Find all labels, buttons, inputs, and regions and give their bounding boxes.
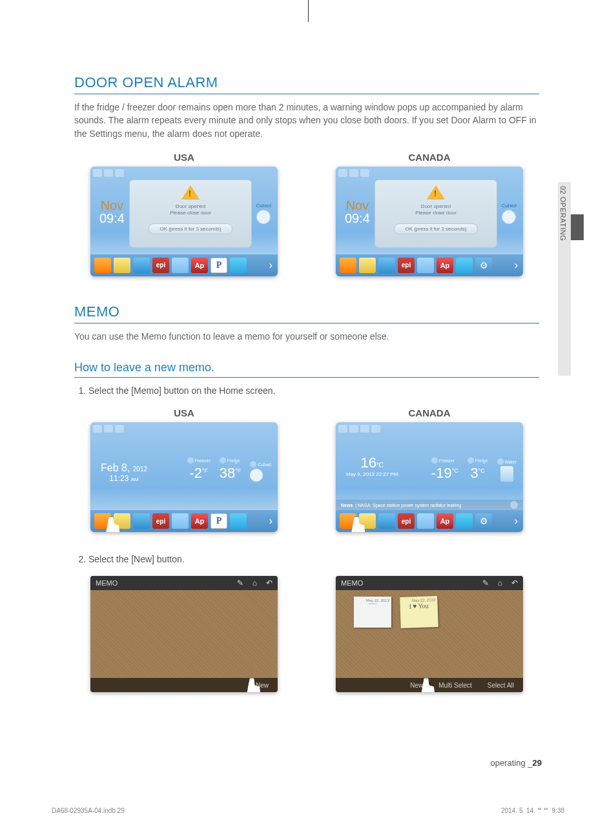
app-calendar-icon[interactable] <box>417 513 434 529</box>
screenshot-home-canada: 16°C May 9, 2013 22:27 PM Freezer-19°C F… <box>336 422 523 532</box>
app-epicurious-icon[interactable]: epi <box>398 513 415 529</box>
memo-title: MEMO <box>96 579 118 587</box>
app-photos-icon[interactable] <box>114 513 130 529</box>
temperature-readout: Freezer-2°F Fridge38°F Cubed <box>187 457 271 482</box>
select-all-button[interactable]: Select All <box>488 682 514 689</box>
status-bar <box>93 425 124 433</box>
indd-file: DA68-02935A-04.indb 29 <box>52 807 125 814</box>
app-photos-icon[interactable] <box>114 258 130 273</box>
label-usa: USA <box>74 152 294 163</box>
section-body-door-alarm: If the fridge / freezer door remains ope… <box>74 101 539 140</box>
app-calendar-icon[interactable] <box>172 513 189 529</box>
memo-titlebar: MEMO ✎ ⌂ ↶ <box>90 576 278 590</box>
warning-icon <box>427 185 445 200</box>
clock-widget: Feb 8, 2012 11:23 AM <box>101 462 147 483</box>
dock-next-icon[interactable]: › <box>513 515 519 527</box>
dock-next-icon[interactable]: › <box>268 515 274 527</box>
door-open-modal: Door opened Please close door OK (press … <box>375 179 497 248</box>
home-icon[interactable]: ⌂ <box>252 579 257 588</box>
app-dock: epi Ap P › <box>90 510 278 532</box>
home-icon[interactable]: ⌂ <box>498 579 502 588</box>
app-twitter-icon[interactable] <box>456 513 473 529</box>
app-twitter-icon[interactable] <box>456 258 473 273</box>
app-epicurious-icon[interactable]: epi <box>152 513 169 529</box>
app-memo-icon[interactable] <box>94 258 111 273</box>
section-title-door-alarm: DOOR OPEN ALARM <box>74 74 539 94</box>
back-icon[interactable]: ↶ <box>266 579 272 588</box>
app-twitter-icon[interactable] <box>230 258 247 273</box>
app-memo-icon[interactable] <box>340 258 356 273</box>
side-tab-label: 02 OPERATING <box>559 186 567 241</box>
memo-bottombar: New <box>90 678 278 692</box>
screenshot-home-usa: Feb 8, 2012 11:23 AM Freezer-2°F Fridge3… <box>90 422 278 532</box>
temperature-readout: Freezer-19°C Fridge3°C Water <box>431 457 517 482</box>
screenshot-door-alarm-canada: Nov 09:4 Cubed Door opened Please close … <box>336 167 523 276</box>
app-pandora-icon[interactable]: P <box>210 513 227 529</box>
app-epicurious-icon[interactable]: epi <box>152 258 169 273</box>
status-bar <box>338 169 369 177</box>
memo-note[interactable]: May 22, 2013 I ♥ You <box>400 596 438 628</box>
label-usa: USA <box>74 407 294 418</box>
dock-next-icon[interactable]: › <box>513 260 519 271</box>
app-twitter-icon[interactable] <box>230 513 247 529</box>
app-settings-icon[interactable] <box>475 513 492 529</box>
app-apnews-icon[interactable]: Ap <box>191 258 208 273</box>
app-memo-icon[interactable] <box>340 513 356 529</box>
app-epicurious-icon[interactable]: epi <box>398 258 415 273</box>
new-button[interactable]: New <box>410 682 423 689</box>
ok-button[interactable]: OK (press it for 3 seconds) <box>149 223 232 234</box>
side-tab: 02 OPERATING <box>558 182 584 376</box>
section-body-memo: You can use the Memo function to leave a… <box>74 330 539 343</box>
label-canada: CANADA <box>320 152 539 163</box>
step-2: Select the [New] button. <box>88 554 539 564</box>
print-metadata: DA68-02935A-04.indb 29 2014. 5. 14. ᄇᄇ 9… <box>52 807 564 814</box>
back-icon[interactable]: ↶ <box>511 579 518 588</box>
app-grocery-icon[interactable] <box>378 258 395 273</box>
app-photos-icon[interactable] <box>359 513 376 529</box>
app-grocery-icon[interactable] <box>133 258 150 273</box>
news-ticker: News| NASA: Space station power system r… <box>336 500 523 510</box>
app-settings-icon[interactable] <box>475 258 492 273</box>
app-dock: epi Ap › <box>336 254 523 276</box>
dock-next-icon[interactable]: › <box>268 260 274 271</box>
step-1: Select the [Memo] button on the Home scr… <box>88 385 539 396</box>
app-calendar-icon[interactable] <box>172 258 189 273</box>
clock-widget: Nov 09:4 <box>345 199 370 225</box>
modal-line2: Please close door <box>130 210 251 216</box>
app-apnews-icon[interactable]: Ap <box>436 513 453 529</box>
status-bar <box>93 169 124 177</box>
crop-mark <box>308 0 309 22</box>
multi-select-button[interactable]: Multi Select <box>438 682 472 689</box>
indd-timestamp: 2014. 5. 14. ᄇᄇ 9:38 <box>501 807 564 814</box>
page-footer: operating _29 <box>490 758 542 768</box>
clock-widget: Nov 09:4 <box>99 199 125 225</box>
app-apnews-icon[interactable]: Ap <box>436 258 453 273</box>
modal-line1: Door opened <box>130 203 251 210</box>
app-dock: epi Ap › <box>336 510 523 532</box>
subheading-how-to-memo: How to leave a new memo. <box>74 361 539 378</box>
new-button[interactable]: New <box>256 682 269 689</box>
screenshot-door-alarm-usa: Nov 09:4 Cubed Door opened Please close … <box>90 167 278 276</box>
app-memo-icon[interactable] <box>94 513 111 529</box>
chevron-right-icon[interactable] <box>510 501 518 509</box>
new-note-icon[interactable]: ✎ <box>237 579 243 588</box>
memo-titlebar: MEMO ✎ ⌂ ↶ <box>336 576 523 590</box>
app-photos-icon[interactable] <box>359 258 376 273</box>
new-note-icon[interactable]: ✎ <box>482 579 489 588</box>
ice-widget: Cubed <box>501 203 517 224</box>
app-grocery-icon[interactable] <box>378 513 395 529</box>
app-grocery-icon[interactable] <box>133 513 150 529</box>
memo-bottombar: New Multi Select Select All <box>336 678 523 692</box>
app-calendar-icon[interactable] <box>417 258 434 273</box>
status-bar <box>338 425 380 433</box>
screenshot-memo-empty: MEMO ✎ ⌂ ↶ New <box>90 576 278 692</box>
app-apnews-icon[interactable]: Ap <box>191 513 208 529</box>
app-pandora-icon[interactable]: P <box>210 258 227 273</box>
ice-widget: Cubed <box>256 203 271 224</box>
warning-icon <box>181 185 200 200</box>
section-title-memo: MEMO <box>74 303 539 323</box>
memo-note[interactable]: May 22, 2013 〰〰 <box>354 597 391 628</box>
ok-button[interactable]: OK (press it for 3 seconds) <box>394 223 478 234</box>
door-open-modal: Door opened Please close door OK (press … <box>129 179 252 248</box>
app-dock: epi Ap P › <box>90 254 278 276</box>
